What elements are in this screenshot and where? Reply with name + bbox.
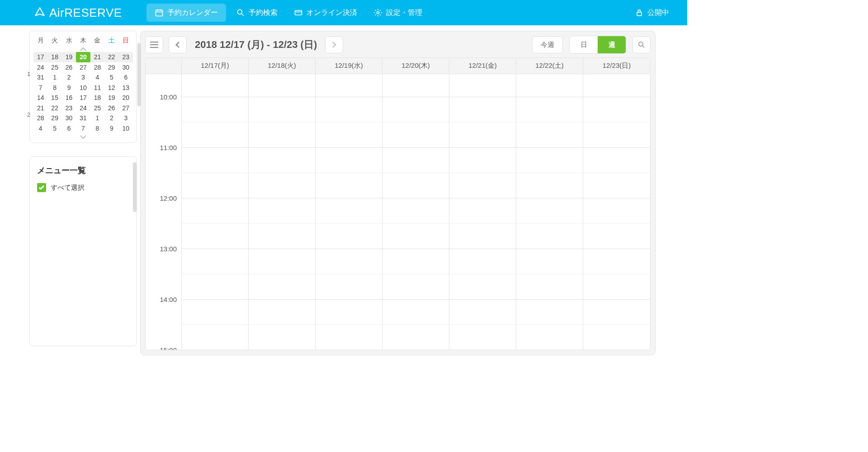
mini-cal-day[interactable]: 22 bbox=[47, 103, 61, 113]
publish-status[interactable]: 公開中 bbox=[635, 8, 669, 18]
mini-cal-day[interactable]: 18 bbox=[90, 93, 104, 103]
mini-cal-day[interactable]: 20 bbox=[119, 93, 133, 103]
mini-cal-day[interactable]: 13 bbox=[119, 83, 133, 93]
mini-cal-day[interactable]: 21 bbox=[90, 52, 104, 62]
mini-cal-day[interactable]: 25 bbox=[47, 62, 61, 73]
mini-cal-day[interactable]: 31 bbox=[76, 113, 90, 123]
nav-settings[interactable]: 設定・管理 bbox=[365, 0, 430, 25]
mini-cal-day[interactable]: 18 bbox=[47, 52, 61, 62]
wd-sat: 土 bbox=[104, 37, 118, 45]
mini-cal-day[interactable]: 3 bbox=[76, 72, 90, 83]
mini-cal-day[interactable]: 27 bbox=[76, 62, 90, 73]
mini-cal-day[interactable]: 2 bbox=[104, 113, 118, 123]
day-header: 12/21(金) bbox=[449, 58, 516, 74]
nav-calendar[interactable]: 予約カレンダー bbox=[146, 4, 226, 22]
mini-cal-day[interactable]: 24 bbox=[76, 103, 90, 113]
mini-cal-day[interactable]: 7 bbox=[76, 123, 90, 134]
day-column[interactable] bbox=[182, 74, 249, 350]
nav-payment[interactable]: オンライン決済 bbox=[286, 0, 365, 25]
publish-label: 公開中 bbox=[647, 8, 669, 18]
day-column[interactable] bbox=[382, 74, 449, 350]
mini-cal-day[interactable]: 27 bbox=[119, 103, 133, 113]
mini-cal-day[interactable]: 12 bbox=[104, 83, 118, 93]
mini-cal-day[interactable]: 16 bbox=[62, 93, 76, 103]
mini-cal-day[interactable]: 19 bbox=[104, 93, 118, 103]
day-column[interactable] bbox=[316, 74, 382, 350]
mini-cal-day[interactable]: 24 bbox=[33, 62, 47, 73]
today-button-label: 今週 bbox=[541, 41, 554, 49]
mini-cal-day[interactable]: 28 bbox=[90, 62, 104, 73]
mini-cal-day[interactable]: 28 bbox=[33, 113, 47, 123]
mini-cal-day[interactable]: 22 bbox=[104, 52, 118, 62]
view-day-button[interactable]: 日 bbox=[570, 36, 598, 53]
mini-cal-day[interactable]: 14 bbox=[33, 93, 47, 103]
mini-cal-day[interactable]: 25 bbox=[90, 103, 104, 113]
day-header: 12/19(水) bbox=[316, 58, 382, 74]
mini-cal-day[interactable]: 20 bbox=[76, 52, 90, 62]
mini-cal-day[interactable]: 2 bbox=[62, 72, 76, 83]
logo[interactable]: AirRESERVE bbox=[34, 6, 122, 20]
mini-cal-day[interactable]: 26 bbox=[62, 62, 76, 73]
mini-cal-day[interactable]: 21 bbox=[33, 103, 47, 113]
mini-cal-day[interactable]: 31 bbox=[33, 72, 47, 83]
gear-icon bbox=[373, 8, 382, 17]
next-week-button[interactable] bbox=[325, 36, 343, 53]
calendar-search-button[interactable] bbox=[632, 36, 651, 53]
mini-cal-day[interactable]: 7 bbox=[33, 83, 47, 93]
mini-cal-day[interactable]: 10 bbox=[76, 83, 90, 93]
day-header: 12/22(土) bbox=[516, 58, 583, 74]
mini-cal-prev[interactable] bbox=[33, 46, 133, 52]
mini-cal-grid: 1718192021222324252627282930311234567891… bbox=[33, 52, 133, 133]
svg-point-4 bbox=[237, 9, 242, 14]
mini-cal-day[interactable]: 8 bbox=[90, 123, 104, 134]
mini-cal-next[interactable] bbox=[33, 133, 133, 140]
mini-cal-day[interactable]: 5 bbox=[47, 123, 61, 134]
mini-cal-day[interactable]: 26 bbox=[104, 103, 118, 113]
nav-search[interactable]: 予約検索 bbox=[228, 0, 286, 25]
day-column[interactable] bbox=[516, 74, 583, 350]
menu-list: メニュー一覧 すべて選択 bbox=[29, 156, 137, 346]
mini-cal-day[interactable]: 29 bbox=[104, 62, 118, 73]
mini-cal-day[interactable]: 4 bbox=[33, 123, 47, 134]
mini-cal-day[interactable]: 29 bbox=[47, 113, 61, 123]
mini-cal-day[interactable]: 6 bbox=[62, 123, 76, 134]
mini-cal-day[interactable]: 5 bbox=[104, 72, 118, 83]
mini-cal-scrollbar[interactable] bbox=[137, 43, 141, 106]
today-button[interactable]: 今週 bbox=[532, 36, 563, 53]
wd-mon: 月 bbox=[33, 37, 47, 45]
wd-thu: 木 bbox=[76, 37, 90, 45]
mini-cal-day[interactable]: 8 bbox=[47, 83, 61, 93]
mini-cal-day[interactable]: 30 bbox=[62, 113, 76, 123]
mini-cal-day[interactable]: 9 bbox=[62, 83, 76, 93]
mini-cal-day[interactable]: 1 bbox=[90, 113, 104, 123]
nav-payment-label: オンライン決済 bbox=[307, 8, 357, 18]
wd-wed: 水 bbox=[62, 37, 76, 45]
day-column[interactable] bbox=[249, 74, 316, 350]
search-icon bbox=[637, 41, 646, 49]
mini-cal-day[interactable]: 10 bbox=[119, 123, 133, 134]
mini-cal-day[interactable]: 17 bbox=[76, 93, 90, 103]
mini-cal-day[interactable]: 11 bbox=[90, 83, 104, 93]
select-all-checkbox[interactable]: すべて選択 bbox=[37, 183, 129, 192]
mini-cal-day[interactable]: 9 bbox=[104, 123, 118, 134]
month-marker-1: 1 bbox=[27, 69, 30, 80]
logo-icon bbox=[34, 7, 46, 19]
mini-cal-day[interactable]: 4 bbox=[90, 72, 104, 83]
mini-cal-day[interactable]: 15 bbox=[47, 93, 61, 103]
mini-cal-day[interactable]: 6 bbox=[119, 72, 133, 83]
wd-fri: 金 bbox=[90, 37, 104, 45]
calendar-body[interactable]: 10:0011:0012:0013:0014:0015:00 bbox=[146, 74, 650, 350]
view-week-button[interactable]: 週 bbox=[598, 36, 626, 53]
menu-scrollbar[interactable] bbox=[133, 162, 137, 212]
mini-cal-day[interactable]: 1 bbox=[47, 72, 61, 83]
mini-cal-day[interactable]: 17 bbox=[33, 52, 47, 62]
prev-week-button[interactable] bbox=[169, 36, 187, 53]
toolbar-menu-button[interactable] bbox=[145, 36, 163, 53]
mini-cal-day[interactable]: 30 bbox=[119, 62, 133, 73]
mini-cal-day[interactable]: 19 bbox=[62, 52, 76, 62]
day-column[interactable] bbox=[583, 74, 650, 350]
mini-cal-day[interactable]: 23 bbox=[62, 103, 76, 113]
mini-cal-day[interactable]: 3 bbox=[119, 113, 133, 123]
day-column[interactable] bbox=[449, 74, 516, 350]
mini-cal-day[interactable]: 23 bbox=[119, 52, 133, 62]
